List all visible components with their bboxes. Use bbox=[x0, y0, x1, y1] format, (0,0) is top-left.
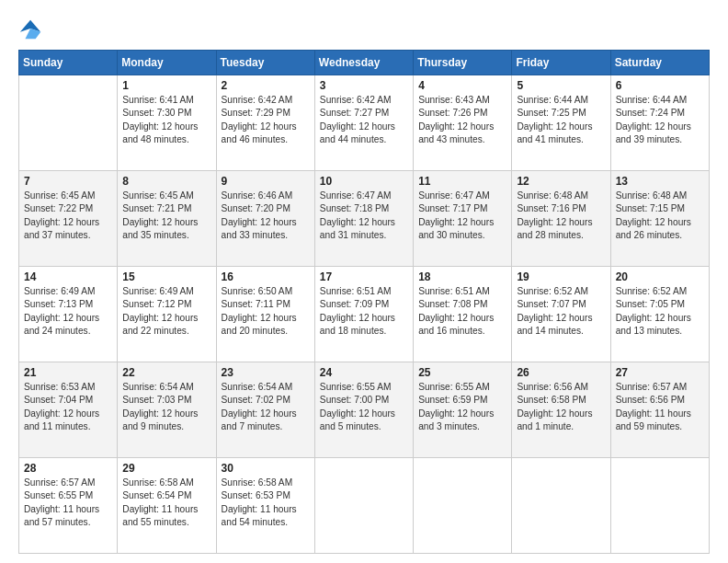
day-number: 28 bbox=[24, 462, 112, 475]
calendar-table: SundayMondayTuesdayWednesdayThursdayFrid… bbox=[18, 50, 710, 554]
day-info: Sunrise: 6:51 AMSunset: 7:08 PMDaylight:… bbox=[418, 285, 506, 338]
day-number: 24 bbox=[320, 366, 408, 379]
day-info: Sunrise: 6:55 AMSunset: 6:59 PMDaylight:… bbox=[418, 381, 506, 433]
day-cell: 20Sunrise: 6:52 AMSunset: 7:05 PMDayligh… bbox=[610, 267, 709, 362]
day-cell bbox=[512, 458, 610, 554]
weekday-header-friday: Friday bbox=[512, 51, 610, 75]
day-info: Sunrise: 6:41 AMSunset: 7:30 PMDaylight:… bbox=[122, 94, 210, 146]
day-cell: 30Sunrise: 6:58 AMSunset: 6:53 PMDayligh… bbox=[216, 458, 314, 554]
day-info: Sunrise: 6:45 AMSunset: 7:21 PMDaylight:… bbox=[122, 190, 210, 242]
weekday-header-row: SundayMondayTuesdayWednesdayThursdayFrid… bbox=[19, 51, 710, 75]
day-number: 10 bbox=[320, 175, 408, 188]
day-cell: 3Sunrise: 6:42 AMSunset: 7:27 PMDaylight… bbox=[314, 75, 413, 171]
day-cell bbox=[610, 458, 709, 554]
day-info: Sunrise: 6:57 AMSunset: 6:56 PMDaylight:… bbox=[616, 381, 704, 433]
day-number: 5 bbox=[517, 79, 605, 92]
week-row-2: 7Sunrise: 6:45 AMSunset: 7:22 PMDaylight… bbox=[19, 171, 710, 267]
day-number: 3 bbox=[320, 79, 408, 92]
day-info: Sunrise: 6:53 AMSunset: 7:04 PMDaylight:… bbox=[24, 381, 112, 433]
day-number: 8 bbox=[122, 175, 210, 188]
day-cell: 17Sunrise: 6:51 AMSunset: 7:09 PMDayligh… bbox=[314, 267, 413, 362]
week-row-1: 1Sunrise: 6:41 AMSunset: 7:30 PMDaylight… bbox=[19, 75, 710, 171]
day-cell: 8Sunrise: 6:45 AMSunset: 7:21 PMDaylight… bbox=[118, 171, 216, 267]
weekday-header-tuesday: Tuesday bbox=[216, 51, 314, 75]
day-info: Sunrise: 6:49 AMSunset: 7:12 PMDaylight:… bbox=[122, 285, 210, 338]
day-number: 27 bbox=[616, 366, 704, 379]
week-row-4: 21Sunrise: 6:53 AMSunset: 7:04 PMDayligh… bbox=[19, 362, 710, 458]
day-info: Sunrise: 6:47 AMSunset: 7:18 PMDaylight:… bbox=[320, 190, 408, 242]
day-number: 9 bbox=[222, 175, 310, 188]
day-info: Sunrise: 6:54 AMSunset: 7:03 PMDaylight:… bbox=[122, 381, 210, 433]
day-info: Sunrise: 6:47 AMSunset: 7:17 PMDaylight:… bbox=[418, 190, 506, 242]
day-number: 1 bbox=[122, 79, 210, 92]
day-cell: 27Sunrise: 6:57 AMSunset: 6:56 PMDayligh… bbox=[610, 362, 709, 458]
day-number: 4 bbox=[418, 79, 506, 92]
day-cell bbox=[314, 458, 413, 554]
day-cell: 11Sunrise: 6:47 AMSunset: 7:17 PMDayligh… bbox=[414, 171, 512, 267]
day-info: Sunrise: 6:58 AMSunset: 6:53 PMDaylight:… bbox=[222, 477, 310, 529]
day-info: Sunrise: 6:55 AMSunset: 7:00 PMDaylight:… bbox=[320, 381, 408, 433]
day-info: Sunrise: 6:52 AMSunset: 7:05 PMDaylight:… bbox=[616, 285, 704, 338]
day-number: 6 bbox=[616, 79, 704, 92]
day-info: Sunrise: 6:54 AMSunset: 7:02 PMDaylight:… bbox=[222, 381, 310, 433]
day-info: Sunrise: 6:45 AMSunset: 7:22 PMDaylight:… bbox=[24, 190, 112, 242]
day-cell bbox=[414, 458, 512, 554]
day-number: 13 bbox=[616, 175, 704, 188]
weekday-header-monday: Monday bbox=[118, 51, 216, 75]
day-info: Sunrise: 6:48 AMSunset: 7:16 PMDaylight:… bbox=[517, 190, 605, 242]
day-info: Sunrise: 6:57 AMSunset: 6:55 PMDaylight:… bbox=[24, 477, 112, 529]
day-info: Sunrise: 6:43 AMSunset: 7:26 PMDaylight:… bbox=[418, 94, 506, 146]
week-row-5: 28Sunrise: 6:57 AMSunset: 6:55 PMDayligh… bbox=[19, 458, 710, 554]
day-cell: 15Sunrise: 6:49 AMSunset: 7:12 PMDayligh… bbox=[118, 267, 216, 362]
logo bbox=[18, 17, 48, 42]
day-cell: 9Sunrise: 6:46 AMSunset: 7:20 PMDaylight… bbox=[216, 171, 314, 267]
weekday-header-wednesday: Wednesday bbox=[314, 51, 413, 75]
day-info: Sunrise: 6:48 AMSunset: 7:15 PMDaylight:… bbox=[616, 190, 704, 242]
day-number: 20 bbox=[616, 270, 704, 283]
week-row-3: 14Sunrise: 6:49 AMSunset: 7:13 PMDayligh… bbox=[19, 267, 710, 362]
day-number: 2 bbox=[222, 79, 310, 92]
weekday-header-sunday: Sunday bbox=[19, 51, 118, 75]
day-cell: 14Sunrise: 6:49 AMSunset: 7:13 PMDayligh… bbox=[19, 267, 118, 362]
header bbox=[18, 17, 710, 42]
day-cell: 5Sunrise: 6:44 AMSunset: 7:25 PMDaylight… bbox=[512, 75, 610, 171]
day-cell: 7Sunrise: 6:45 AMSunset: 7:22 PMDaylight… bbox=[19, 171, 118, 267]
day-cell: 22Sunrise: 6:54 AMSunset: 7:03 PMDayligh… bbox=[118, 362, 216, 458]
day-info: Sunrise: 6:51 AMSunset: 7:09 PMDaylight:… bbox=[320, 285, 408, 338]
day-number: 29 bbox=[122, 462, 210, 475]
day-cell: 10Sunrise: 6:47 AMSunset: 7:18 PMDayligh… bbox=[314, 171, 413, 267]
day-cell: 2Sunrise: 6:42 AMSunset: 7:29 PMDaylight… bbox=[216, 75, 314, 171]
day-info: Sunrise: 6:58 AMSunset: 6:54 PMDaylight:… bbox=[122, 477, 210, 529]
day-info: Sunrise: 6:56 AMSunset: 6:58 PMDaylight:… bbox=[517, 381, 605, 433]
day-info: Sunrise: 6:50 AMSunset: 7:11 PMDaylight:… bbox=[222, 285, 310, 338]
day-number: 11 bbox=[418, 175, 506, 188]
day-info: Sunrise: 6:44 AMSunset: 7:24 PMDaylight:… bbox=[616, 94, 704, 146]
day-number: 16 bbox=[222, 270, 310, 283]
day-cell: 23Sunrise: 6:54 AMSunset: 7:02 PMDayligh… bbox=[216, 362, 314, 458]
day-cell: 29Sunrise: 6:58 AMSunset: 6:54 PMDayligh… bbox=[118, 458, 216, 554]
calendar-page: SundayMondayTuesdayWednesdayThursdayFrid… bbox=[0, 0, 728, 563]
day-cell: 19Sunrise: 6:52 AMSunset: 7:07 PMDayligh… bbox=[512, 267, 610, 362]
day-info: Sunrise: 6:52 AMSunset: 7:07 PMDaylight:… bbox=[517, 285, 605, 338]
day-cell: 25Sunrise: 6:55 AMSunset: 6:59 PMDayligh… bbox=[414, 362, 512, 458]
day-number: 25 bbox=[418, 366, 506, 379]
day-info: Sunrise: 6:44 AMSunset: 7:25 PMDaylight:… bbox=[517, 94, 605, 146]
day-number: 26 bbox=[517, 366, 605, 379]
day-info: Sunrise: 6:46 AMSunset: 7:20 PMDaylight:… bbox=[222, 190, 310, 242]
day-cell: 12Sunrise: 6:48 AMSunset: 7:16 PMDayligh… bbox=[512, 171, 610, 267]
day-number: 12 bbox=[517, 175, 605, 188]
day-number: 18 bbox=[418, 270, 506, 283]
weekday-header-thursday: Thursday bbox=[414, 51, 512, 75]
day-cell: 28Sunrise: 6:57 AMSunset: 6:55 PMDayligh… bbox=[19, 458, 118, 554]
day-number: 22 bbox=[122, 366, 210, 379]
day-number: 7 bbox=[24, 175, 112, 188]
day-cell: 4Sunrise: 6:43 AMSunset: 7:26 PMDaylight… bbox=[414, 75, 512, 171]
day-info: Sunrise: 6:49 AMSunset: 7:13 PMDaylight:… bbox=[24, 285, 112, 338]
day-cell bbox=[19, 75, 118, 171]
logo-icon bbox=[18, 17, 44, 42]
day-cell: 16Sunrise: 6:50 AMSunset: 7:11 PMDayligh… bbox=[216, 267, 314, 362]
weekday-header-saturday: Saturday bbox=[610, 51, 709, 75]
day-cell: 26Sunrise: 6:56 AMSunset: 6:58 PMDayligh… bbox=[512, 362, 610, 458]
day-number: 23 bbox=[222, 366, 310, 379]
day-cell: 1Sunrise: 6:41 AMSunset: 7:30 PMDaylight… bbox=[118, 75, 216, 171]
